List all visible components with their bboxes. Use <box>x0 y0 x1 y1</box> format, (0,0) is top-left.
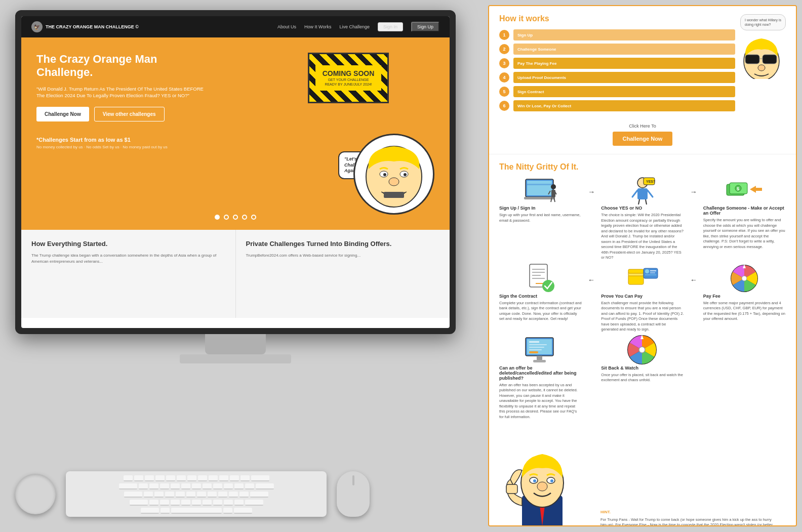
mouse-right <box>337 471 370 517</box>
step-6: 6 Win Or Lose, Pay Or Collect <box>499 100 735 111</box>
ng-prove-title: Prove You Can Pay <box>601 294 684 299</box>
contract-illustration <box>499 266 582 291</box>
right-panel: I wonder what Hillary is doing right now… <box>488 5 797 526</box>
monitor-screen: 🦅 THE CRAZY ORANGE MAN CHALLENGE © About… <box>21 16 450 328</box>
key-backspace <box>251 475 269 481</box>
money-illustration: $ $ <box>703 178 786 203</box>
svg-rect-58 <box>529 347 544 348</box>
wheel-illustration <box>703 266 786 291</box>
ng-row-3: Can an offer be deleted/cancelled/edited… <box>499 338 786 420</box>
key-row-4 <box>70 500 323 506</box>
svg-point-71 <box>533 479 536 482</box>
lower-right: Private Challenges Turned Into Binding O… <box>236 230 450 318</box>
prove-svg <box>626 264 659 292</box>
ng-row-2: Sign the Contract Complete your contract… <box>499 266 786 333</box>
key-caps <box>124 492 142 498</box>
step-2-number: 2 <box>499 44 509 54</box>
ng-item-prove: Prove You Can Pay Each challenger must p… <box>601 266 684 333</box>
key <box>245 483 254 489</box>
wheel2-illustration <box>601 338 684 363</box>
key <box>160 483 169 489</box>
key <box>213 483 222 489</box>
nav-about[interactable]: About Us <box>277 24 296 29</box>
key-enter-2 <box>250 492 268 498</box>
ng-payfee-text: We offer some major payment providers an… <box>703 301 786 322</box>
key <box>181 500 190 506</box>
trump-right-svg <box>740 33 783 79</box>
ng-contract-title: Sign the Contract <box>499 294 582 299</box>
ng-item-contract: Sign the Contract Complete your contract… <box>499 266 582 322</box>
step-2: 2 Challenge Someone <box>499 44 735 55</box>
key-space <box>171 508 222 514</box>
nav-live-challenge[interactable]: Live Challenge <box>339 24 370 29</box>
nav-signin-button[interactable]: Sign In <box>378 22 403 31</box>
ng-choose-text: The choice is simple: Will the 2020 Pres… <box>601 213 684 261</box>
ng-arrow-3: → <box>584 266 599 284</box>
step-5-label: Sign Contract <box>513 86 735 97</box>
svg-point-64 <box>639 347 645 353</box>
svg-point-42 <box>542 280 554 292</box>
trump-thumbsup-svg <box>499 425 585 526</box>
dot-4[interactable] <box>242 215 247 220</box>
thought-bubble: I wonder what Hillary is doing right now… <box>740 14 786 30</box>
view-challenges-button[interactable]: View other challenges <box>94 107 165 121</box>
nav-logo-text: THE CRAZY ORANGE MAN CHALLENGE © <box>46 24 139 29</box>
ng-item-choose: YES? Choose YES or NO The choice is simp… <box>601 178 684 261</box>
ng-delete-text: After an offer has been accepted by us a… <box>499 383 582 420</box>
nitty-gritty-section: The Nitty Gritty Of It. <box>489 154 796 526</box>
key <box>239 492 249 498</box>
key-row-2 <box>70 483 323 489</box>
svg-rect-6 <box>384 192 404 198</box>
ng-contract-text: Complete your contract information (cont… <box>499 301 582 322</box>
key-alt-right <box>223 508 232 514</box>
ng-arrow-4: → <box>686 266 701 284</box>
key <box>234 500 244 506</box>
key <box>171 483 180 489</box>
hint-text: For Trump Fans - Wait for Trump to come … <box>600 517 776 527</box>
step-5: 5 Sign Contract <box>499 86 735 97</box>
key <box>213 500 222 506</box>
step-6-label: Win Or Lose, Pay Or Collect <box>513 100 735 111</box>
steps-list: 1 Sign Up 2 Challenge Someone 3 Pay The … <box>499 29 735 111</box>
ng-signup-text: Sign up with your first and last name, u… <box>499 213 582 223</box>
challenge-now-button[interactable]: Challenge Now <box>36 107 89 121</box>
key-row-5 <box>70 508 323 514</box>
dot-3[interactable] <box>233 215 238 220</box>
nitty-gritty-title: The Nitty Gritty Of It. <box>499 162 786 172</box>
key <box>165 492 174 498</box>
nav-signup-button[interactable]: Sign Up <box>411 22 439 32</box>
wheel-svg <box>729 263 759 294</box>
ng-arrow-1: → <box>584 178 599 196</box>
svg-line-26 <box>638 199 639 204</box>
challenge-now-top-button[interactable]: Challenge Now <box>613 132 673 146</box>
svg-rect-23 <box>637 188 648 199</box>
website-nav: 🦅 THE CRAZY ORANGE MAN CHALLENGE © About… <box>21 16 450 37</box>
ng-item-sitback: Sit Back & Watch Once your offer is plac… <box>601 338 684 383</box>
trump-face-svg <box>358 139 429 210</box>
nav-how-it-works[interactable]: How It Works <box>304 24 331 29</box>
person-thinking-svg: YES? <box>628 177 656 204</box>
hint-title: HINT. <box>600 510 611 514</box>
dot-5[interactable] <box>251 215 256 220</box>
svg-point-73 <box>537 482 547 491</box>
key <box>160 500 169 506</box>
wheel2-svg <box>626 334 659 366</box>
svg-rect-59 <box>529 349 542 350</box>
svg-rect-14 <box>527 184 552 185</box>
step-6-number: 6 <box>499 101 509 111</box>
key <box>145 475 154 481</box>
trump-cartoon-right: I wonder what Hillary is doing right now… <box>740 14 786 81</box>
svg-line-27 <box>646 199 647 204</box>
ng-item-challenge: $ $ Challenge Someone - Make or Accept a… <box>703 178 786 250</box>
hero-title: The Crazy Orange Man Challenge. <box>36 53 209 79</box>
dot-2[interactable] <box>224 215 229 220</box>
step-3-number: 3 <box>499 58 509 68</box>
key <box>154 492 164 498</box>
ng-arrow-2: → <box>686 178 701 196</box>
click-here-text: Click Here To <box>499 124 786 129</box>
dot-1[interactable] <box>215 215 220 220</box>
svg-rect-9 <box>763 55 777 64</box>
ng-challenge-text: Specify the amount you are willing to of… <box>703 218 786 250</box>
monitor-frame: 🦅 THE CRAZY ORANGE MAN CHALLENGE © About… <box>15 10 456 334</box>
ng-challenge-title: Challenge Someone - Make or Accept an Of… <box>703 206 786 216</box>
